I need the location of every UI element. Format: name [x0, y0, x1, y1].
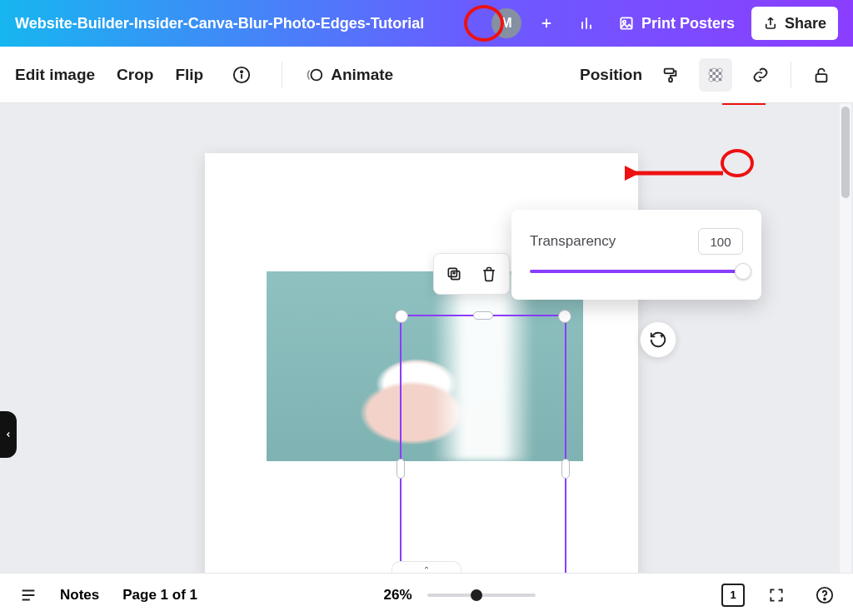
lock-icon[interactable] [805, 58, 838, 92]
fullscreen-button[interactable] [760, 579, 793, 612]
zoom-value[interactable]: 26% [383, 587, 412, 604]
transparency-input[interactable] [698, 228, 743, 255]
svg-point-4 [312, 69, 322, 80]
canvas-workspace[interactable]: Transparency [0, 103, 853, 573]
animate-label: Animate [331, 66, 393, 84]
resize-handle-l[interactable] [397, 459, 405, 479]
svg-rect-12 [451, 271, 460, 280]
transparency-slider-thumb[interactable] [735, 263, 751, 280]
annotation-circle-slider-thumb [721, 149, 754, 177]
svg-point-1 [623, 21, 626, 23]
svg-point-3 [241, 71, 242, 72]
transparency-popover: Transparency [511, 210, 761, 300]
animate-button[interactable]: Animate [306, 66, 393, 84]
annotation-arrow-slider [625, 163, 733, 183]
flip-button[interactable]: Flip [175, 66, 203, 84]
help-button[interactable] [808, 579, 841, 612]
annotation-box-transparency-icon [722, 103, 766, 105]
zoom-slider-thumb[interactable] [471, 589, 482, 601]
selection-box[interactable] [400, 315, 566, 573]
position-button[interactable]: Position [580, 66, 642, 84]
crop-button[interactable]: Crop [117, 66, 153, 84]
svg-rect-11 [816, 74, 827, 82]
regenerate-button[interactable] [640, 321, 676, 358]
delete-button[interactable] [474, 259, 504, 289]
paint-roller-icon[interactable] [654, 58, 687, 92]
pages-button[interactable]: 1 [721, 584, 745, 607]
add-member-button[interactable] [531, 8, 561, 38]
scrollbar-thumb[interactable] [841, 107, 850, 198]
svg-point-17 [824, 598, 826, 599]
notes-icon[interactable] [12, 579, 45, 612]
svg-rect-13 [448, 268, 456, 276]
resize-handle-t[interactable] [473, 311, 493, 320]
resize-handle-tl[interactable] [395, 310, 408, 323]
transparency-slider[interactable] [530, 270, 743, 273]
info-icon[interactable] [225, 58, 258, 92]
zoom-slider[interactable] [427, 594, 536, 597]
document-title[interactable]: Website-Builder-Insider-Canva-Blur-Photo… [15, 15, 424, 32]
svg-rect-10 [709, 67, 723, 82]
pages-count: 1 [730, 589, 736, 601]
transparency-button[interactable] [699, 58, 732, 92]
vertical-scrollbar[interactable] [840, 103, 851, 573]
bottom-bar: Notes Page 1 of 1 26% 1 [0, 573, 853, 616]
page-indicator[interactable]: Page 1 of 1 [122, 587, 197, 604]
edit-image-button[interactable]: Edit image [15, 66, 95, 84]
floating-element-toolbar [433, 253, 510, 295]
app-topbar: Website-Builder-Insider-Canva-Blur-Photo… [0, 0, 853, 47]
print-posters-label: Print Posters [641, 15, 735, 32]
share-button[interactable]: Share [751, 7, 838, 40]
side-panel-collapse[interactable] [0, 411, 17, 458]
transparency-label: Transparency [530, 233, 616, 250]
print-posters-button[interactable]: Print Posters [611, 15, 741, 32]
svg-rect-0 [621, 17, 631, 28]
svg-rect-5 [665, 68, 674, 73]
annotation-circle-avatar [464, 5, 504, 42]
duplicate-button[interactable] [439, 259, 469, 289]
share-label: Share [785, 15, 826, 32]
insights-button[interactable] [571, 8, 601, 38]
link-icon[interactable] [744, 58, 777, 92]
resize-handle-r[interactable] [561, 459, 570, 479]
page-strip-collapse[interactable] [0, 558, 853, 573]
resize-handle-tr[interactable] [558, 310, 571, 323]
context-toolbar: Edit image Crop Flip Animate Position [0, 47, 853, 103]
svg-rect-6 [669, 77, 672, 82]
notes-label[interactable]: Notes [60, 587, 99, 604]
